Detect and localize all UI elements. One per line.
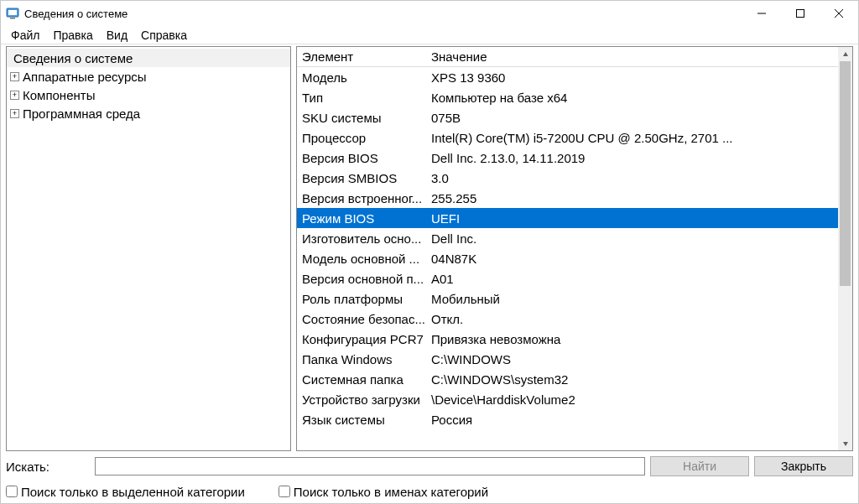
list-row[interactable]: Режим BIOSUEFI: [297, 208, 852, 228]
list-row[interactable]: Версия SMBIOS3.0: [297, 168, 852, 188]
close-button[interactable]: [820, 1, 858, 26]
list-row[interactable]: Состояние безопас...Откл.: [297, 309, 852, 329]
list-cell-element: Режим BIOS: [302, 211, 431, 226]
tree-item-label: Программная среда: [23, 107, 140, 121]
window: Сведения о системе Файл Правка Вид Справ…: [0, 0, 859, 504]
list-row[interactable]: Конфигурация PCR7Привязка невозможна: [297, 329, 852, 349]
list-cell-value: Россия: [431, 413, 852, 427]
svg-rect-2: [10, 18, 15, 19]
tree-item-label: Компоненты: [23, 88, 95, 102]
expand-icon[interactable]: +: [10, 72, 19, 81]
chk-category-names-label: Поиск только в именах категорий: [294, 485, 488, 499]
list-cell-element: Язык системы: [302, 413, 431, 427]
svg-rect-1: [8, 10, 17, 15]
list-row[interactable]: SKU системы075B: [297, 107, 852, 127]
list-row[interactable]: Изготовитель осно...Dell Inc.: [297, 228, 852, 248]
svg-marker-7: [843, 52, 848, 56]
list-row[interactable]: Модель основной ...04N87K: [297, 248, 852, 268]
list-cell-value: \Device\HarddiskVolume2: [431, 392, 852, 407]
list-cell-element: Устройство загрузки: [302, 392, 431, 407]
list-cell-element: Изготовитель осно...: [302, 231, 431, 246]
search-bar: Искать: Найти Закрыть: [1, 453, 858, 480]
chk-selected-category-box[interactable]: [6, 486, 18, 497]
list-cell-value: UEFI: [431, 211, 718, 226]
chk-category-names[interactable]: Поиск только в именах категорий: [279, 485, 488, 499]
list-cell-value: XPS 13 9360: [431, 70, 852, 85]
list-cell-value: Dell Inc. 2.13.0, 14.11.2019: [431, 151, 852, 165]
list-row[interactable]: Устройство загрузки\Device\HarddiskVolum…: [297, 389, 852, 409]
column-value[interactable]: Значение: [431, 49, 852, 64]
list-row[interactable]: Папка WindowsC:\WINDOWS: [297, 349, 852, 369]
menu-help[interactable]: Справка: [134, 27, 194, 44]
list-body: МодельXPS 13 9360ТипКомпьютер на базе x6…: [297, 67, 852, 450]
list-cell-element: SKU системы: [302, 111, 431, 125]
list-cell-element: Системная папка: [302, 372, 431, 387]
list-cell-value: Привязка невозможна: [431, 332, 852, 346]
find-button[interactable]: Найти: [650, 456, 749, 476]
tree-item-label: Аппаратные ресурсы: [23, 70, 147, 84]
expand-icon[interactable]: +: [10, 109, 19, 118]
titlebar[interactable]: Сведения о системе: [1, 1, 858, 26]
search-input[interactable]: [95, 457, 645, 475]
list-cell-element: Тип: [302, 91, 431, 105]
chk-selected-category[interactable]: Поиск только в выделенной категории: [6, 485, 245, 499]
column-element[interactable]: Элемент: [302, 49, 431, 64]
tree: Сведения о системе + Аппаратные ресурсы …: [7, 47, 290, 124]
tree-item-hardware[interactable]: + Аппаратные ресурсы: [7, 67, 290, 86]
tree-pane: Сведения о системе + Аппаратные ресурсы …: [6, 46, 291, 451]
list-cell-element: Папка Windows: [302, 352, 431, 366]
scroll-down-icon[interactable]: [838, 436, 852, 450]
list-row[interactable]: Язык системыРоссия: [297, 409, 852, 429]
list-cell-element: Роль платформы: [302, 292, 431, 306]
list-cell-value: A01: [431, 272, 852, 286]
system-info-icon: [6, 7, 19, 20]
expand-icon[interactable]: +: [10, 91, 19, 100]
list-cell-element: Состояние безопас...: [302, 312, 431, 326]
list-cell-element: Версия BIOS: [302, 151, 431, 165]
window-title: Сведения о системе: [24, 8, 128, 20]
minimize-button[interactable]: [742, 1, 781, 26]
scroll-thumb[interactable]: [840, 61, 851, 286]
tree-item-components[interactable]: + Компоненты: [7, 86, 290, 104]
list-cell-value: 255.255: [431, 191, 852, 205]
close-search-button[interactable]: Закрыть: [754, 456, 853, 476]
scroll-track[interactable]: [838, 61, 852, 436]
list-cell-value: Откл.: [431, 312, 852, 326]
list-cell-element: Версия SMBIOS: [302, 171, 431, 185]
search-label: Искать:: [6, 460, 90, 474]
maximize-button[interactable]: [781, 1, 820, 26]
menubar: Файл Правка Вид Справка: [1, 26, 858, 44]
svg-rect-4: [797, 10, 804, 18]
vertical-scrollbar[interactable]: [838, 47, 852, 450]
list-cell-value: Dell Inc.: [431, 231, 852, 246]
list-cell-value: 04N87K: [431, 252, 852, 266]
list-row[interactable]: ПроцессорIntel(R) Core(TM) i5-7200U CPU …: [297, 127, 852, 148]
list-cell-element: Версия встроенног...: [302, 191, 431, 205]
menu-edit[interactable]: Правка: [46, 27, 99, 44]
list-cell-element: Версия основной п...: [302, 272, 431, 286]
menu-file[interactable]: Файл: [4, 27, 46, 44]
scroll-up-icon[interactable]: [838, 47, 852, 61]
list-cell-value: 3.0: [431, 171, 852, 185]
list-cell-value: 075B: [431, 111, 852, 125]
list-row[interactable]: Версия основной п...A01: [297, 268, 852, 288]
content-area: Сведения о системе + Аппаратные ресурсы …: [1, 44, 858, 453]
list-row[interactable]: Системная папкаC:\WINDOWS\system32: [297, 369, 852, 389]
list-row[interactable]: Роль платформыМобильный: [297, 288, 852, 309]
menu-view[interactable]: Вид: [100, 27, 134, 44]
list-pane: Элемент Значение МодельXPS 13 9360ТипКом…: [296, 46, 853, 451]
list-cell-value: C:\WINDOWS: [431, 352, 852, 366]
chk-category-names-box[interactable]: [279, 486, 290, 497]
list-cell-element: Конфигурация PCR7: [302, 332, 431, 346]
list-cell-value: Компьютер на базе x64: [431, 91, 852, 105]
tree-root[interactable]: Сведения о системе: [7, 49, 290, 67]
list-row[interactable]: Версия BIOSDell Inc. 2.13.0, 14.11.2019: [297, 148, 852, 168]
list-cell-value: C:\WINDOWS\system32: [431, 372, 852, 387]
list-row[interactable]: МодельXPS 13 9360: [297, 67, 852, 87]
list-row[interactable]: Версия встроенног...255.255: [297, 188, 852, 208]
chk-selected-category-label: Поиск только в выделенной категории: [21, 485, 245, 499]
search-options: Поиск только в выделенной категории Поис…: [1, 480, 858, 503]
svg-marker-8: [843, 442, 848, 446]
tree-item-software-env[interactable]: + Программная среда: [7, 104, 290, 122]
list-row[interactable]: ТипКомпьютер на базе x64: [297, 87, 852, 107]
